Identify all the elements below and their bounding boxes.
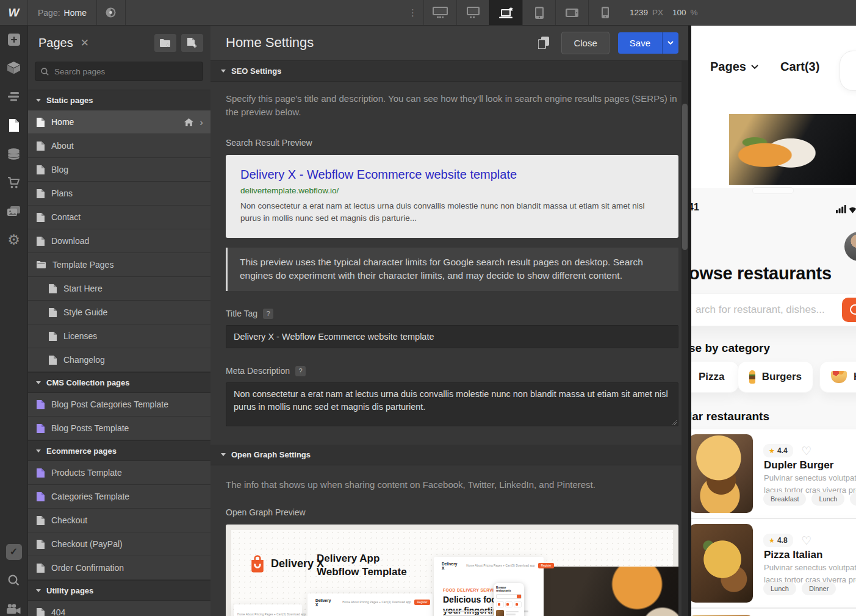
open-graph-section-header[interactable]: Open Graph Settings <box>210 445 688 465</box>
page-row-licenses[interactable]: Licenses <box>27 324 210 348</box>
meal-tag[interactable]: Dinner <box>850 492 856 506</box>
close-panel-icon[interactable]: ✕ <box>81 37 89 49</box>
add-folder-button[interactable] <box>154 34 176 52</box>
breakpoint-phone[interactable] <box>588 0 621 25</box>
category-chip-burgers[interactable]: Burgers <box>738 361 813 393</box>
page-row-home[interactable]: Home › <box>27 110 210 134</box>
pages-search-input[interactable] <box>53 66 197 77</box>
collapse-triangle-icon <box>221 70 226 73</box>
navigator-icon <box>8 92 20 101</box>
page-row-about[interactable]: About <box>27 134 210 158</box>
page-row-404[interactable]: 404 <box>27 601 210 616</box>
search-button[interactable] <box>0 566 27 595</box>
serp-description: Non consectetur a erat nam at lectus urn… <box>240 200 664 225</box>
more-options-icon[interactable]: ⋮ <box>403 7 423 18</box>
favorite-heart-icon[interactable]: ♡ <box>802 535 812 546</box>
add-page-button[interactable] <box>181 34 203 52</box>
meal-tag[interactable]: Lunch <box>763 582 796 595</box>
page-label: Page: <box>38 8 60 18</box>
page-row-plans[interactable]: Plans <box>27 182 210 206</box>
page-row-blog-post-categories[interactable]: Blog Post Categories Template <box>27 393 210 417</box>
site-nav-button-partial[interactable] <box>840 51 856 91</box>
audit-panel-button[interactable]: ✓ <box>0 537 27 566</box>
page-row-products-template[interactable]: Products Template <box>27 461 210 485</box>
page-row-checkout-paypal[interactable]: Checkout (PayPal) <box>27 532 210 556</box>
page-row-checkout[interactable]: Checkout <box>27 509 210 532</box>
save-button[interactable]: Save <box>618 32 678 54</box>
section-cms-pages[interactable]: CMS Collection pages <box>27 372 210 393</box>
page-row-style-guide[interactable]: Style Guide <box>27 301 210 324</box>
breakpoint-desktop-large[interactable] <box>423 0 456 25</box>
plus-icon <box>7 33 21 46</box>
search-submit-button[interactable] <box>842 298 856 322</box>
og-inner-canvas: Delivery X Delivery App Webflow Template… <box>231 530 673 616</box>
settings-button[interactable]: ⚙ <box>0 226 27 254</box>
video-tutorials-button[interactable] <box>0 595 27 616</box>
section-ecommerce-pages[interactable]: Ecommerce pages <box>27 440 210 461</box>
meal-tag[interactable]: Breakfast <box>763 492 806 506</box>
assets-button[interactable] <box>0 197 27 226</box>
page-icon <box>49 308 57 317</box>
meal-tag[interactable]: Lunch <box>811 492 844 506</box>
restaurant-card-dupler-burger[interactable]: ★ 4.4 ♡ Dupler Burger Pulvinar senectus … <box>691 429 856 518</box>
page-row-start-here[interactable]: Start Here <box>27 277 210 301</box>
page-row-blog[interactable]: Blog <box>27 158 210 182</box>
star-icon: ★ <box>769 448 775 454</box>
settings-scrollbar[interactable] <box>682 61 688 616</box>
favorite-heart-icon[interactable]: ♡ <box>802 445 812 457</box>
category-chip-pizza[interactable]: Pizza <box>691 361 739 393</box>
page-icon <box>49 332 57 341</box>
section-utility-pages[interactable]: Utility pages <box>27 580 210 601</box>
restaurant-card-pizza-italian[interactable]: ★ 4.8 ♡ Pizza Italian Pulvinar senectus … <box>691 519 856 607</box>
burger-icon <box>749 370 755 384</box>
scrollbar-thumb[interactable] <box>682 104 688 250</box>
page-row-order-confirmation[interactable]: Order Confirmation <box>27 556 210 580</box>
save-dropdown-caret[interactable] <box>663 32 678 54</box>
og-food-photo <box>523 567 678 616</box>
seo-settings-section-header[interactable]: SEO Settings <box>210 61 688 82</box>
chevron-right-icon[interactable]: › <box>200 117 203 127</box>
ecommerce-button[interactable] <box>0 168 27 197</box>
restaurant-card-partial[interactable] <box>691 609 856 616</box>
breakpoint-desktop[interactable] <box>456 0 489 25</box>
folder-row-template-pages[interactable]: Template Pages <box>27 253 210 277</box>
navigator-button[interactable] <box>0 82 27 111</box>
resize-grip-icon[interactable] <box>671 420 677 425</box>
zoom-value[interactable]: 100 <box>672 8 686 17</box>
page-row-download[interactable]: Download <box>27 229 210 253</box>
assets-icon <box>7 206 20 217</box>
page-row-blog-posts[interactable]: Blog Posts Template <box>27 417 210 440</box>
meal-tag[interactable]: Dinner <box>802 582 836 595</box>
pages-button-active[interactable] <box>0 111 27 140</box>
section-static-pages[interactable]: Static pages <box>27 90 210 110</box>
site-nav-pages[interactable]: Pages <box>710 60 758 74</box>
title-tag-input[interactable] <box>226 325 678 348</box>
og-phone-search <box>496 594 522 599</box>
pages-search-box[interactable] <box>35 62 203 81</box>
duplicate-page-icon[interactable] <box>538 37 549 49</box>
pages-list: Static pages Home › About Blog Plans Con… <box>27 90 210 616</box>
components-button[interactable] <box>0 54 27 82</box>
help-icon[interactable]: ? <box>295 366 306 376</box>
page-row-changelog[interactable]: Changelog <box>27 348 210 372</box>
og-phone-list-item <box>496 610 522 616</box>
cms-button[interactable] <box>0 140 27 168</box>
add-elements-button[interactable] <box>0 25 27 54</box>
page-row-contact[interactable]: Contact <box>27 206 210 229</box>
top-bar: W Page: Home ⋮ 1239 PX 100 % <box>0 0 856 26</box>
preview-toggle-button[interactable] <box>97 0 126 25</box>
page-selector[interactable]: Page: Home <box>28 0 97 25</box>
restaurant-search-field[interactable]: arch for restaurant, dishes... <box>691 293 856 326</box>
breakpoint-phone-landscape[interactable] <box>555 0 588 25</box>
breakpoint-laptop-active[interactable] <box>489 0 522 25</box>
site-nav-cart[interactable]: Cart(3) <box>780 60 819 74</box>
canvas-width-value[interactable]: 1239 <box>630 8 648 17</box>
category-chip-healthy[interactable]: He <box>819 361 856 393</box>
serp-url: delivertemplate.webflow.io/ <box>240 186 664 195</box>
help-icon[interactable]: ? <box>263 309 273 319</box>
page-row-categories-template[interactable]: Categories Template <box>27 485 210 509</box>
meta-description-textarea[interactable]: Non consectetur a erat nam at lectus urn… <box>226 382 678 426</box>
webflow-logo[interactable]: W <box>0 0 28 25</box>
close-button[interactable]: Close <box>561 32 609 54</box>
breakpoint-tablet[interactable] <box>522 0 555 25</box>
